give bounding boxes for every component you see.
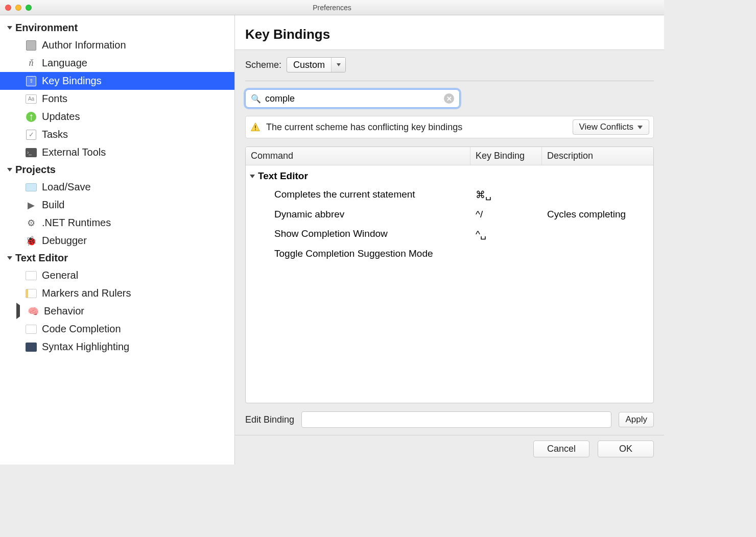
apply-label: Apply	[625, 414, 647, 425]
conflict-warning-bar: The current scheme has conflicting key b…	[245, 116, 654, 138]
sidebar-item-label: Load/Save	[42, 181, 91, 193]
terminal-icon: ›_	[26, 148, 37, 157]
table-body[interactable]: Text Editor Completes the current statem…	[246, 165, 653, 403]
disclosure-triangle-icon[interactable]	[7, 256, 12, 260]
disclosure-triangle-icon[interactable]	[16, 305, 21, 317]
sidebar-item-debugger[interactable]: 🐞 Debugger	[0, 232, 234, 250]
close-window-button[interactable]	[5, 5, 11, 11]
group-label: Text Editor	[258, 170, 308, 182]
cell-description	[542, 228, 653, 240]
sidebar-item-author-information[interactable]: Author Information	[0, 36, 234, 54]
sidebar-item-net-runtimes[interactable]: ⚙ .NET Runtimes	[0, 214, 234, 232]
updates-icon: ↑	[26, 112, 36, 122]
scheme-dropdown[interactable]: Custom	[287, 57, 346, 72]
apply-button[interactable]: Apply	[619, 412, 654, 427]
page-title: Key Bindings	[235, 15, 664, 50]
sidebar-item-tasks[interactable]: ✓ Tasks	[0, 126, 234, 143]
sidebar-section-text-editor[interactable]: Text Editor	[0, 250, 234, 266]
zoom-window-button[interactable]	[26, 5, 32, 11]
sidebar-item-behavior[interactable]: 🧠 Behavior	[0, 302, 234, 320]
search-icon: 🔍	[251, 94, 261, 104]
sidebar-item-code-completion[interactable]: Code Completion	[0, 320, 234, 338]
sidebar-item-markers-and-rulers[interactable]: Markers and Rulers	[0, 284, 234, 302]
chevron-down-icon[interactable]	[331, 58, 345, 72]
language-icon: ň	[29, 58, 34, 68]
sidebar-item-load-save[interactable]: Load/Save	[0, 178, 234, 196]
table-header: Command Key Binding Description	[246, 147, 653, 165]
code-icon	[26, 271, 37, 280]
sidebar-item-label: Key Bindings	[42, 75, 102, 87]
view-conflicts-label: View Conflicts	[579, 122, 633, 132]
sidebar-item-build[interactable]: ▶ Build	[0, 196, 234, 214]
sidebar-section-projects[interactable]: Projects	[0, 161, 234, 178]
sidebar-item-syntax-highlighting[interactable]: Syntax Highlighting	[0, 338, 234, 356]
sidebar-item-label: Fonts	[42, 93, 67, 105]
cell-keybinding	[470, 248, 542, 259]
edit-binding-row: Edit Binding Apply	[245, 411, 654, 428]
preferences-sidebar[interactable]: Environment Author Information ň Languag…	[0, 15, 235, 465]
cell-keybinding: ^␣	[470, 228, 542, 240]
sidebar-item-label: External Tools	[42, 147, 106, 158]
ok-button[interactable]: OK	[598, 441, 654, 457]
edit-binding-input[interactable]	[301, 411, 611, 428]
keybinding-search: 🔍 ✕	[245, 89, 460, 108]
scheme-row: Scheme: Custom	[245, 57, 654, 72]
cell-command: Dynamic abbrev	[246, 209, 470, 220]
table-group-text-editor[interactable]: Text Editor	[246, 167, 653, 185]
table-row[interactable]: Completes the current statement ⌘␣	[246, 185, 653, 205]
disclosure-triangle-icon[interactable]	[7, 26, 12, 30]
sidebar-item-general[interactable]: General	[0, 266, 234, 284]
minimize-window-button[interactable]	[15, 5, 21, 11]
sidebar-item-label: Tasks	[42, 129, 68, 140]
dialog-footer: Cancel OK	[235, 435, 664, 465]
sidebar-item-label: Updates	[42, 111, 80, 123]
view-conflicts-button[interactable]: View Conflicts	[573, 119, 649, 135]
section-title: Text Editor	[15, 252, 68, 264]
person-icon	[26, 40, 36, 51]
sidebar-item-label: Syntax Highlighting	[42, 341, 129, 353]
sidebar-item-label: General	[42, 270, 78, 281]
gear-icon: ⚙	[27, 217, 35, 229]
content-pane: Key Bindings Scheme: Custom 🔍 ✕	[235, 15, 664, 465]
sidebar-section-environment[interactable]: Environment	[0, 19, 234, 36]
table-row[interactable]: Toggle Completion Suggestion Mode	[246, 244, 653, 263]
table-row[interactable]: Show Completion Window ^␣	[246, 224, 653, 244]
folder-icon	[26, 183, 37, 191]
column-keybinding[interactable]: Key Binding	[470, 147, 542, 165]
sidebar-item-fonts[interactable]: Aa Fonts	[0, 90, 234, 108]
warning-icon	[250, 122, 261, 132]
sidebar-item-key-bindings[interactable]: ⇧ Key Bindings	[0, 72, 234, 90]
syntax-icon	[26, 343, 37, 352]
column-command[interactable]: Command	[246, 147, 470, 165]
warning-text: The current scheme has conflicting key b…	[266, 122, 568, 133]
sidebar-item-external-tools[interactable]: ›_ External Tools	[0, 143, 234, 161]
cancel-button[interactable]: Cancel	[533, 441, 589, 457]
sidebar-item-language[interactable]: ň Language	[0, 54, 234, 72]
cell-command: Show Completion Window	[246, 228, 470, 240]
section-title: Projects	[15, 164, 56, 176]
sidebar-item-label: Behavior	[44, 305, 84, 317]
column-description[interactable]: Description	[542, 147, 653, 165]
cell-keybinding: ^/	[470, 209, 542, 220]
window-title: Preferences	[0, 4, 664, 12]
sidebar-item-label: Debugger	[42, 235, 87, 247]
search-input[interactable]	[265, 93, 440, 104]
clear-search-button[interactable]: ✕	[444, 93, 454, 104]
svg-rect-1	[255, 126, 256, 129]
disclosure-triangle-icon[interactable]	[250, 175, 255, 178]
cell-description	[542, 248, 653, 259]
disclosure-triangle-icon[interactable]	[7, 168, 12, 172]
table-row[interactable]: Dynamic abbrev ^/ Cycles completing	[246, 205, 653, 224]
scheme-label: Scheme:	[245, 60, 281, 70]
sidebar-item-label: Language	[42, 57, 87, 69]
cell-command: Completes the current statement	[246, 189, 470, 201]
code-icon	[26, 325, 37, 334]
sidebar-item-label: Build	[42, 199, 64, 211]
sidebar-item-updates[interactable]: ↑ Updates	[0, 108, 234, 126]
edit-binding-label: Edit Binding	[245, 414, 294, 425]
brain-icon: 🧠	[28, 306, 39, 317]
key-icon: ⇧	[26, 76, 36, 86]
sidebar-item-label: Code Completion	[42, 323, 121, 335]
preferences-window: Preferences Environment Author Informati…	[0, 0, 664, 465]
titlebar[interactable]: Preferences	[0, 0, 664, 15]
